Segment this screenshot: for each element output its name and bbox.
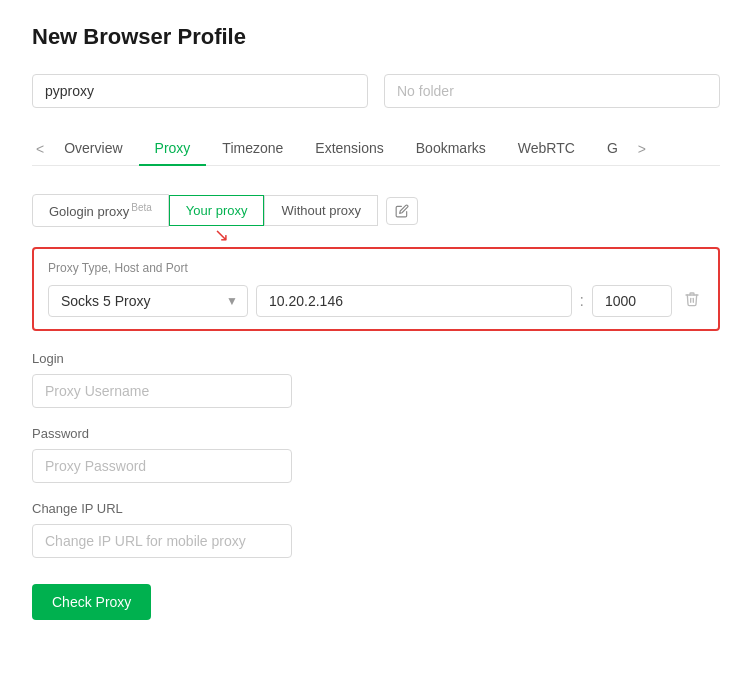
- folder-input[interactable]: [384, 74, 720, 108]
- change-ip-section: Change IP URL: [32, 501, 720, 558]
- password-section: Password: [32, 426, 720, 483]
- edit-icon-button[interactable]: [386, 197, 418, 225]
- delete-proxy-button[interactable]: [680, 287, 704, 315]
- proxy-host-input[interactable]: [256, 285, 572, 317]
- proxy-type-section: Proxy Type, Host and Port HTTP Proxy HTT…: [32, 247, 720, 331]
- change-ip-label: Change IP URL: [32, 501, 720, 516]
- proxy-username-input[interactable]: [32, 374, 292, 408]
- edit-icon: [395, 204, 409, 218]
- page-title: New Browser Profile: [32, 24, 720, 50]
- without-proxy-button[interactable]: Without proxy: [264, 195, 377, 226]
- password-label: Password: [32, 426, 720, 441]
- tab-timezone[interactable]: Timezone: [206, 132, 299, 166]
- tabs-nav-left[interactable]: <: [32, 133, 48, 165]
- login-section: Login: [32, 351, 720, 408]
- your-proxy-button[interactable]: Your proxy: [169, 195, 265, 226]
- proxy-type-row: HTTP Proxy HTTPS Proxy Socks 4 Proxy Soc…: [48, 285, 704, 317]
- proxy-type-select-wrapper: HTTP Proxy HTTPS Proxy Socks 4 Proxy Soc…: [48, 285, 248, 317]
- proxy-buttons-row: Gologin proxyBeta Your proxy Without pro…: [32, 194, 720, 227]
- tab-proxy[interactable]: Proxy: [139, 132, 207, 166]
- tab-webrtc[interactable]: WebRTC: [502, 132, 591, 166]
- change-ip-url-input[interactable]: [32, 524, 292, 558]
- check-proxy-button[interactable]: Check Proxy: [32, 584, 151, 620]
- proxy-type-select[interactable]: HTTP Proxy HTTPS Proxy Socks 4 Proxy Soc…: [48, 285, 248, 317]
- tabs-row: < Overview Proxy Timezone Extensions Boo…: [32, 132, 720, 166]
- arrow-indicator: ↘: [214, 224, 229, 246]
- gologin-proxy-button[interactable]: Gologin proxyBeta: [32, 194, 169, 227]
- proxy-port-input[interactable]: [592, 285, 672, 317]
- tab-extensions[interactable]: Extensions: [299, 132, 399, 166]
- proxy-password-input[interactable]: [32, 449, 292, 483]
- top-inputs-row: [32, 74, 720, 108]
- proxy-type-label: Proxy Type, Host and Port: [48, 261, 704, 275]
- profile-name-input[interactable]: [32, 74, 368, 108]
- trash-icon: [684, 291, 700, 307]
- tabs-nav-right[interactable]: >: [634, 133, 650, 165]
- tab-bookmarks[interactable]: Bookmarks: [400, 132, 502, 166]
- beta-badge: Beta: [131, 202, 152, 213]
- tab-overview[interactable]: Overview: [48, 132, 138, 166]
- colon-separator: :: [580, 292, 584, 310]
- login-label: Login: [32, 351, 720, 366]
- tab-g[interactable]: G: [591, 132, 634, 166]
